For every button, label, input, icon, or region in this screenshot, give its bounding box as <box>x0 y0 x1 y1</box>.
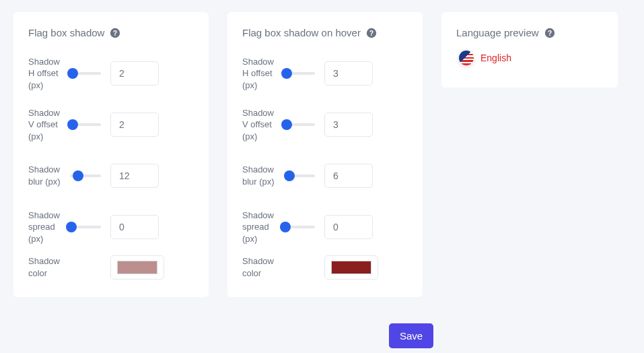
shadow-blur-label: Shadow blur (px) <box>28 164 65 187</box>
language-preview-label: English <box>480 53 511 63</box>
shadow-spread-row: Shadow spread (px) <box>28 204 194 250</box>
shadow-spread-input[interactable] <box>110 215 159 239</box>
hover-v-offset-slider[interactable] <box>284 123 320 126</box>
hover-h-offset-slider[interactable] <box>284 72 320 75</box>
flag-box-shadow-hover-card: Flag box shadow on hover ? Shadow H offs… <box>227 12 423 297</box>
hover-color-row: Shadow color <box>242 255 408 280</box>
shadow-h-offset-label: Shadow H offset (px) <box>28 56 65 92</box>
svg-text:?: ? <box>113 29 117 36</box>
shadow-h-offset-row: Shadow H offset (px) <box>28 51 194 96</box>
card-title-row: Flag box shadow on hover ? <box>242 27 408 38</box>
shadow-spread-label: Shadow spread (px) <box>28 210 65 245</box>
card-title-row: Language preview ? <box>456 27 603 38</box>
hover-v-offset-row: Shadow V offset (px) <box>242 102 408 148</box>
shadow-color-swatch <box>117 261 157 274</box>
shadow-v-offset-input[interactable] <box>110 113 159 137</box>
hover-h-offset-input[interactable] <box>324 61 373 86</box>
hover-blur-slider[interactable] <box>284 174 320 177</box>
language-preview-card: Language preview ? English <box>441 12 618 88</box>
hover-color-swatch <box>331 261 371 274</box>
shadow-blur-input[interactable] <box>110 164 159 188</box>
shadow-h-offset-slider[interactable] <box>70 72 106 75</box>
card-title-row: Flag box shadow ? <box>28 27 194 38</box>
shadow-color-label: Shadow color <box>28 255 65 279</box>
card-title: Flag box shadow on hover <box>242 27 361 38</box>
card-title: Flag box shadow <box>28 27 104 38</box>
help-icon[interactable]: ? <box>544 28 555 38</box>
shadow-blur-slider[interactable] <box>70 174 106 177</box>
hover-blur-row: Shadow blur (px) <box>242 153 408 199</box>
help-icon[interactable]: ? <box>366 28 377 38</box>
hover-blur-label: Shadow blur (px) <box>242 164 279 187</box>
shadow-v-offset-row: Shadow V offset (px) <box>28 102 194 148</box>
language-preview-item[interactable]: English <box>459 51 603 65</box>
shadow-h-offset-input[interactable] <box>110 61 159 86</box>
svg-text:?: ? <box>548 29 552 36</box>
hover-color-picker[interactable] <box>324 255 378 280</box>
hover-h-offset-row: Shadow H offset (px) <box>242 51 408 96</box>
save-button[interactable]: Save <box>389 323 433 348</box>
hover-color-label: Shadow color <box>242 255 279 279</box>
hover-v-offset-input[interactable] <box>324 113 373 137</box>
card-title: Language preview <box>456 27 539 38</box>
help-icon[interactable]: ? <box>110 28 120 38</box>
hover-spread-input[interactable] <box>324 215 373 239</box>
hover-spread-label: Shadow spread (px) <box>242 210 279 245</box>
hover-spread-slider[interactable] <box>284 226 320 228</box>
hover-spread-row: Shadow spread (px) <box>242 204 408 250</box>
shadow-spread-slider[interactable] <box>70 226 106 228</box>
hover-h-offset-label: Shadow H offset (px) <box>242 56 279 92</box>
flag-box-shadow-card: Flag box shadow ? Shadow H offset (px) S… <box>13 12 209 297</box>
hover-blur-input[interactable] <box>324 164 373 188</box>
us-flag-icon <box>459 51 474 65</box>
hover-v-offset-label: Shadow V offset (px) <box>242 107 279 143</box>
shadow-v-offset-label: Shadow V offset (px) <box>28 107 65 143</box>
shadow-color-row: Shadow color <box>28 255 194 280</box>
shadow-blur-row: Shadow blur (px) <box>28 153 194 199</box>
shadow-v-offset-slider[interactable] <box>70 123 106 126</box>
shadow-color-picker[interactable] <box>110 255 164 280</box>
svg-text:?: ? <box>369 29 373 36</box>
